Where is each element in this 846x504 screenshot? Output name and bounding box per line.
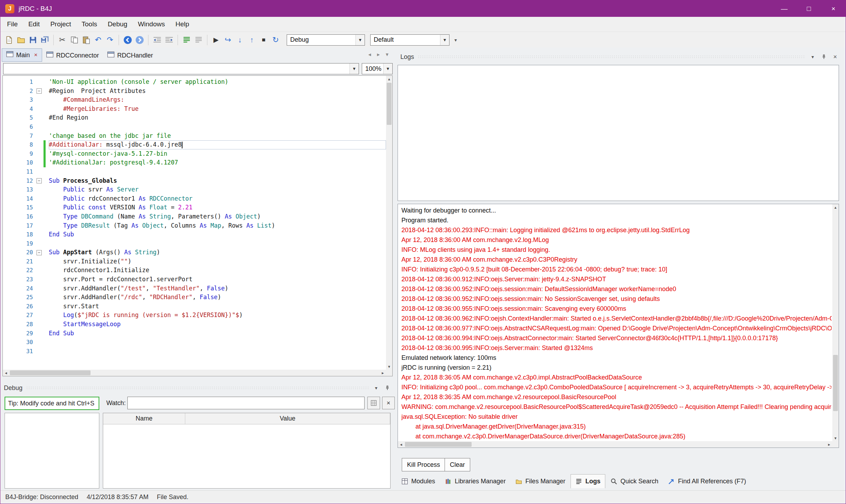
- scroll-up-icon[interactable]: ▲: [386, 76, 392, 82]
- bottom-tab-libraries-manager[interactable]: Libraries Manager: [440, 474, 510, 488]
- stop-button[interactable]: ■: [258, 34, 269, 46]
- copy-button[interactable]: [68, 34, 80, 46]
- code-line[interactable]: 3 #CommandLineArgs:: [3, 95, 386, 105]
- watch-table[interactable]: Name Value: [103, 413, 391, 489]
- code-line[interactable]: 1'Non-UI application (console / server a…: [3, 78, 386, 87]
- code-line[interactable]: 27 Log($"jRDC is running (version = $1.2…: [3, 311, 386, 320]
- chevron-down-icon[interactable]: ▾: [809, 54, 817, 60]
- bottom-tab-logs[interactable]: Logs: [571, 474, 605, 488]
- undo-button[interactable]: ↶: [92, 34, 104, 46]
- menu-item-windows[interactable]: Windows: [133, 20, 170, 28]
- fold-toggle-icon[interactable]: −: [36, 250, 42, 255]
- save-all-button[interactable]: [39, 34, 51, 46]
- logs-output-box[interactable]: Waiting for debugger to connect...Progra…: [398, 204, 839, 448]
- code-line[interactable]: 7'change based on the jdbc jar file: [3, 132, 386, 141]
- close-tab-icon[interactable]: ×: [34, 52, 38, 59]
- cut-button[interactable]: ✂: [56, 34, 68, 46]
- close-icon[interactable]: ×: [831, 53, 839, 61]
- open-project-button[interactable]: [15, 34, 27, 46]
- navigate-forward-button[interactable]: [134, 34, 145, 46]
- code-line[interactable]: 21 srvr.Initialize(""): [3, 257, 386, 266]
- scroll-down-icon[interactable]: ▼: [386, 363, 392, 370]
- vertical-scrollbar-thumb[interactable]: [833, 355, 838, 411]
- code-line[interactable]: 30: [3, 338, 386, 347]
- code-line[interactable]: 16 Type DBCommand (Name As String, Param…: [3, 212, 386, 221]
- scroll-left-icon[interactable]: ◄: [398, 441, 404, 448]
- logs-vertical-scrollbar[interactable]: ▲ ▼: [832, 204, 839, 441]
- code-line[interactable]: 18End Sub: [3, 230, 386, 239]
- code-line[interactable]: 5#End Region: [3, 113, 386, 122]
- menu-item-debug[interactable]: Debug: [102, 20, 133, 28]
- tab-rdcconnector[interactable]: RDCConnector: [42, 49, 103, 62]
- code-line[interactable]: 29End Sub: [3, 329, 386, 338]
- column-header-value[interactable]: Value: [185, 413, 390, 424]
- zoom-selector[interactable]: 100% ▼: [362, 63, 393, 74]
- chevron-down-icon[interactable]: ▼: [349, 63, 359, 74]
- vertical-scrollbar-thumb[interactable]: [387, 83, 392, 125]
- code-line[interactable]: 12−Sub Process_Globals: [3, 176, 386, 186]
- indent-button[interactable]: [163, 34, 175, 46]
- kill-process-button[interactable]: Kill Process: [402, 458, 445, 471]
- horizontal-scrollbar-thumb[interactable]: [10, 370, 91, 375]
- redo-button[interactable]: ↷: [104, 34, 116, 46]
- code-line[interactable]: 6: [3, 122, 386, 132]
- editor-horizontal-scrollbar[interactable]: ◄ ►: [3, 370, 386, 376]
- chevron-down-icon[interactable]: ▼: [355, 35, 365, 45]
- navigate-back-button[interactable]: [122, 34, 133, 46]
- minimize-button[interactable]: —: [772, 0, 797, 17]
- chevron-down-icon[interactable]: ▾: [372, 385, 380, 391]
- column-header-name[interactable]: Name: [103, 413, 185, 424]
- code-line[interactable]: 22 rdcConnector1.Initialize: [3, 266, 386, 275]
- pin-icon[interactable]: [820, 54, 828, 60]
- code-line[interactable]: 10'#AdditionalJar: postgresql-9.4.1207: [3, 158, 386, 167]
- close-button[interactable]: ×: [821, 0, 846, 17]
- menu-item-file[interactable]: File: [2, 20, 23, 28]
- tab-scroll-right-icon[interactable]: ►: [376, 52, 381, 57]
- step-into-button[interactable]: ↓: [234, 34, 246, 46]
- step-out-button[interactable]: ↑: [246, 34, 258, 46]
- scroll-right-icon[interactable]: ►: [826, 441, 832, 448]
- fold-toggle-icon[interactable]: −: [36, 178, 42, 183]
- menu-item-project[interactable]: Project: [45, 20, 76, 28]
- dock-grip-pattern[interactable]: [418, 55, 805, 59]
- code-line[interactable]: 9'#mysql-connector-java-5.1.27-bin: [3, 149, 386, 159]
- log-lines[interactable]: Waiting for debugger to connect...Progra…: [399, 206, 832, 441]
- chevron-down-icon[interactable]: ▼: [440, 35, 449, 45]
- logs-horizontal-scrollbar[interactable]: ◄ ►: [398, 441, 832, 448]
- clear-watch-button[interactable]: ×: [382, 397, 395, 409]
- code-line[interactable]: 2−#Region Project Attributes: [3, 87, 386, 96]
- editor-vertical-scrollbar[interactable]: ▲ ▼: [386, 76, 392, 370]
- tab-main[interactable]: Main×: [2, 48, 42, 62]
- module-selector[interactable]: ▼: [3, 63, 359, 74]
- evaluate-watch-button[interactable]: [367, 397, 380, 409]
- uncomment-button[interactable]: [193, 34, 204, 46]
- new-module-button[interactable]: [3, 34, 15, 46]
- fold-toggle-icon[interactable]: −: [36, 88, 42, 94]
- maximize-button[interactable]: □: [797, 0, 821, 17]
- clear-logs-button[interactable]: Clear: [445, 458, 470, 471]
- toolbar-options-button[interactable]: ▾: [450, 34, 461, 46]
- code-line[interactable]: 15 Public const VERSION As Float = 2.21: [3, 203, 386, 212]
- scroll-left-icon[interactable]: ◄: [3, 370, 9, 376]
- tab-rdchandler[interactable]: RDCHandler: [103, 49, 157, 62]
- code-line[interactable]: 25 srvr.AddHandler("/rdc", "RDCHandler",…: [3, 293, 386, 302]
- code-line[interactable]: 11: [3, 167, 386, 176]
- code-lines[interactable]: 1'Non-UI application (console / server a…: [3, 76, 386, 370]
- code-line[interactable]: 26 srvr.Start: [3, 302, 386, 311]
- code-line[interactable]: 8#AdditionalJar: mssql-jdbc-6.4.0.jre8: [3, 140, 386, 149]
- horizontal-scrollbar-thumb[interactable]: [405, 442, 472, 447]
- code-line[interactable]: 17 Type DBResult (Tag As Object, Columns…: [3, 221, 386, 230]
- chevron-down-icon[interactable]: ▼: [383, 63, 392, 74]
- save-button[interactable]: [27, 34, 39, 46]
- scroll-down-icon[interactable]: ▼: [832, 435, 839, 441]
- outdent-button[interactable]: [151, 34, 163, 46]
- code-line[interactable]: 23 srvr.Port = rdcConnector1.serverPort: [3, 275, 386, 284]
- menu-item-tools[interactable]: Tools: [76, 20, 102, 28]
- bottom-tab-find-all-references-f7[interactable]: Find All References (F7): [664, 474, 751, 488]
- step-over-button[interactable]: ↪: [222, 34, 234, 46]
- dock-grip-pattern[interactable]: [26, 386, 369, 390]
- code-line[interactable]: 24 srvr.AddHandler("/test", "TestHandler…: [3, 284, 386, 293]
- code-line[interactable]: 14 Public rdcConnector1 As RDCConnector: [3, 194, 386, 203]
- run-button[interactable]: ▶: [210, 34, 222, 46]
- code-editor[interactable]: 1'Non-UI application (console / server a…: [2, 75, 393, 376]
